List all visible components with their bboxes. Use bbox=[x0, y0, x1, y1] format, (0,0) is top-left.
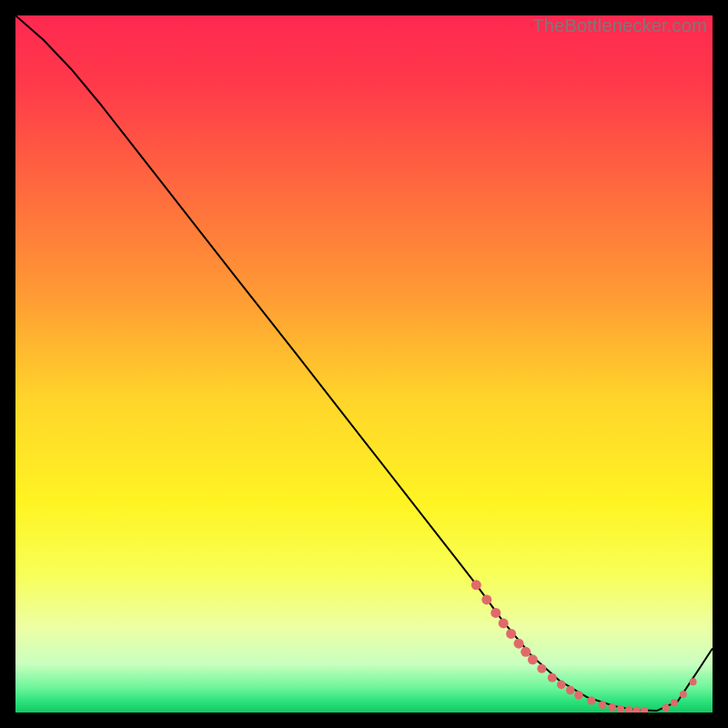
marker-dot bbox=[617, 705, 624, 713]
marker-dot bbox=[490, 608, 500, 618]
chart-frame: TheBottlenecker.com bbox=[15, 15, 713, 713]
gradient-background bbox=[15, 15, 713, 713]
marker-dot bbox=[671, 699, 678, 706]
marker-dot bbox=[521, 647, 531, 657]
marker-dot bbox=[690, 678, 697, 685]
marker-dot bbox=[557, 681, 566, 690]
marker-dot bbox=[506, 629, 516, 639]
chart-plot bbox=[15, 15, 713, 713]
chart-svg bbox=[15, 15, 713, 713]
marker-dot bbox=[481, 594, 491, 604]
marker-dot bbox=[514, 639, 524, 649]
marker-dot bbox=[662, 704, 670, 712]
marker-dot bbox=[499, 618, 509, 628]
marker-dot bbox=[566, 686, 575, 695]
marker-dot bbox=[548, 673, 557, 682]
watermark-text: TheBottlenecker.com bbox=[532, 15, 707, 36]
marker-dot bbox=[599, 701, 607, 709]
marker-dot bbox=[528, 654, 538, 664]
marker-dot bbox=[609, 703, 616, 711]
marker-dot bbox=[537, 664, 546, 673]
marker-dot bbox=[574, 691, 583, 700]
marker-dot bbox=[471, 580, 481, 590]
marker-dot bbox=[680, 691, 687, 698]
marker-dot bbox=[587, 696, 595, 704]
